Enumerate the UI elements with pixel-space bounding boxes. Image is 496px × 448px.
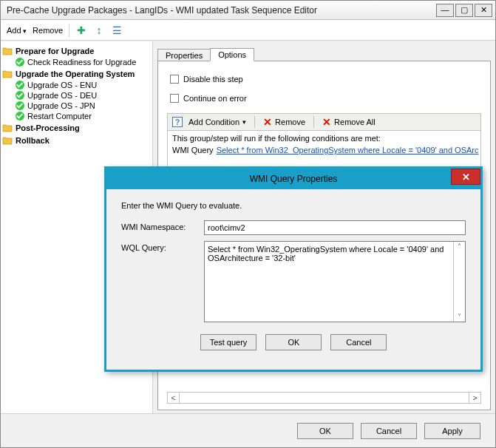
folder-icon [2,46,13,56]
check-icon [16,81,24,89]
scroll-right-icon[interactable]: > [469,393,480,403]
textarea-scrollbar[interactable]: ˄ ˅ [453,242,465,322]
tree-item-label: Check Readiness for Upgrade [27,58,136,67]
tree-group: Rollback [2,135,151,146]
tree-group-postprocessing[interactable]: Post-Processing [2,122,151,134]
tree-group-label: Post-Processing [16,123,80,132]
dialog-ok-button[interactable]: OK [265,334,322,350]
add-menu[interactable]: Add [7,26,27,35]
tree-group: Upgrade the Operating System Upgrade OS … [2,68,151,121]
dialog-instruction: Enter the WMI Query to evaluate. [121,201,466,210]
dialog-title: WMI Query Properties [250,174,338,184]
minimize-button[interactable]: — [436,4,454,17]
tree-group: Post-Processing [2,122,151,134]
tree-group-upgrade-os[interactable]: Upgrade the Operating System [2,68,151,80]
apply-button[interactable]: Apply [424,423,480,439]
continue-on-error-checkbox[interactable]: Continue on error [170,94,481,103]
tab-options[interactable]: Options [210,48,254,61]
wmi-namespace-input[interactable] [204,220,466,235]
wmi-query-properties-dialog: WMI Query Properties ✕ Enter the WMI Que… [104,166,483,372]
folder-icon [2,69,13,79]
tree-item[interactable]: Check Readiness for Upgrade [16,57,151,67]
dialog-close-button[interactable]: ✕ [451,169,480,185]
tree-group-prepare[interactable]: Prepare for Upgrade [2,45,151,57]
x-icon: ✕ [263,116,272,128]
checkbox-label: Disable this step [183,75,243,84]
remove-all-label: Remove All [334,118,376,126]
check-icon [16,101,24,110]
tree-item[interactable]: Upgrade OS - ENU [16,80,151,90]
tree-item-label: Upgrade OS - ENU [27,81,97,89]
condition-prefix: WMI Query [172,146,214,155]
help-icon[interactable]: ? [172,117,183,127]
move-up-icon[interactable]: ↕ [93,24,105,36]
conditions-toolbar: ? Add Condition ▾ ✕ Remove ✕ Remove All [167,113,481,131]
add-condition-menu[interactable]: Add Condition ▾ [186,118,249,126]
wql-query-label: WQL Query: [121,241,204,252]
add-condition-label: Add Condition [188,118,239,126]
titlebar: Pre-Cache Upgrade Packages - LangIDs - W… [1,1,495,20]
tree-group: Prepare for Upgrade Check Readiness for … [2,45,151,67]
tree-group-label: Rollback [16,136,50,145]
remove-all-conditions-button[interactable]: ✕ Remove All [319,116,378,128]
tree-item-label: Restart Computer [27,112,92,121]
checkbox-label: Continue on error [183,94,247,103]
remove-button[interactable]: Remove [33,26,63,35]
tree-item[interactable]: Upgrade OS - DEU [16,90,151,101]
folder-icon [2,135,13,146]
properties-icon[interactable]: ☰ [111,24,123,36]
check-icon [16,91,24,100]
cancel-button[interactable]: Cancel [361,423,417,439]
checkbox-icon [170,94,179,103]
editor-footer: OK Cancel Apply [1,413,495,447]
x-icon: ✕ [322,116,331,128]
dialog-titlebar: WMI Query Properties ✕ [106,169,480,189]
disable-step-checkbox[interactable]: Disable this step [170,75,481,84]
window-title: Pre-Cache Upgrade Packages - LangIDs - W… [7,5,317,16]
checkbox-icon [170,75,179,84]
ok-button[interactable]: OK [297,423,353,439]
scroll-left-icon[interactable]: < [168,393,180,403]
horizontal-scrollbar[interactable]: < > [167,392,481,404]
chevron-down-icon: ▾ [242,118,246,126]
conditions-heading: This group/step will run if the followin… [168,131,480,146]
scroll-track[interactable] [180,393,469,403]
tab-row: Properties Options [157,44,491,61]
tree-group-rollback[interactable]: Rollback [2,135,151,146]
dialog-cancel-button[interactable]: Cancel [330,334,387,350]
wql-query-textarea[interactable] [205,242,453,322]
new-icon[interactable]: ✚ [75,24,87,36]
tree-item[interactable]: Upgrade OS - JPN [16,101,151,111]
close-button[interactable]: ✕ [475,4,492,17]
scroll-down-icon[interactable]: ˅ [454,312,465,322]
check-icon [16,58,24,67]
remove-condition-button[interactable]: ✕ Remove [260,116,308,128]
tree-item-label: Upgrade OS - JPN [27,101,95,110]
scroll-up-icon[interactable]: ˄ [454,242,465,251]
tree-item-label: Upgrade OS - DEU [27,91,97,100]
tree-item[interactable]: Restart Computer [16,111,151,121]
condition-row[interactable]: WMI Query Select * from Win32_OperatingS… [168,146,480,155]
editor-toolbar: Add Remove ✚ ↕ ☰ [1,20,495,41]
folder-icon [2,123,13,133]
tree-group-label: Prepare for Upgrade [16,47,94,55]
maximize-button[interactable]: ▢ [455,4,473,17]
test-query-button[interactable]: Test query [200,334,257,350]
tree-group-label: Upgrade the Operating System [16,69,135,78]
tab-properties[interactable]: Properties [157,49,211,61]
remove-condition-label: Remove [275,118,305,126]
wmi-namespace-label: WMI Namespace: [121,220,204,231]
task-sequence-editor-window: Pre-Cache Upgrade Packages - LangIDs - W… [0,0,496,448]
check-icon [16,112,24,121]
condition-link[interactable]: Select * from Win32_OperatingSystem wher… [217,146,479,155]
